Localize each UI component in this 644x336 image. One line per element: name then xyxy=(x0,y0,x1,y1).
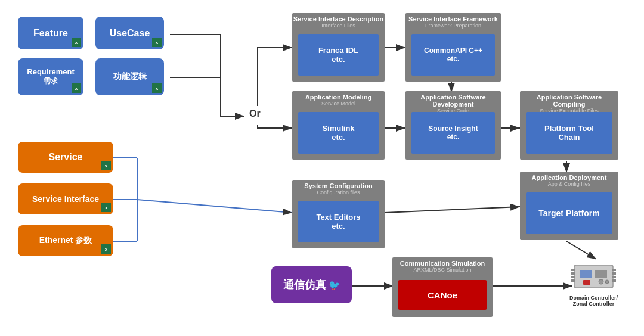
svg-rect-24 xyxy=(612,279,616,282)
requirement-box: Requirement 需求 x xyxy=(18,58,83,95)
feature-box: Feature x xyxy=(18,17,83,49)
svg-point-29 xyxy=(605,280,609,284)
svg-rect-26 xyxy=(595,270,607,278)
svg-rect-21 xyxy=(612,269,616,271)
commonapi-section: Service Interface Framework Framework Pr… xyxy=(405,13,501,82)
controller-box: Domain Controller/Zonal Controller xyxy=(569,259,618,307)
excel-badge-logic: x xyxy=(152,83,162,93)
canoe-subtitle: ARXML/DBC Simulation xyxy=(392,267,493,273)
simulink-title: Application Modeling xyxy=(292,91,385,101)
commonapi-title: Service Interface Framework xyxy=(405,13,501,23)
logic-box: 功能逻辑 x xyxy=(95,58,164,95)
bird-icon: 🐦 xyxy=(329,279,340,291)
targetplatform-inner: Target Platform xyxy=(526,192,612,234)
controller-label: Domain Controller/Zonal Controller xyxy=(569,295,618,307)
texteditor-title: System Configuration xyxy=(292,180,385,189)
commonapi-inner: CommonAPI C++etc. xyxy=(411,34,495,76)
simulink-section: Application Modeling Service Model Simul… xyxy=(292,91,385,160)
targetplatform-section: Application Deployment App & Config file… xyxy=(520,172,618,240)
excel-badge-si: x xyxy=(101,203,111,212)
canoe-title: Communication Simulation xyxy=(392,257,493,267)
svg-rect-22 xyxy=(612,272,616,275)
controller-icon xyxy=(571,259,616,294)
excel-badge-usecase: x xyxy=(152,38,162,47)
svg-line-12 xyxy=(385,207,520,213)
texteditor-section: System Configuration Configuration files… xyxy=(292,180,385,248)
excel-badge-feature: x xyxy=(72,38,81,47)
ethernet-box: Ethernet 参数 x xyxy=(18,225,113,256)
svg-rect-18 xyxy=(571,272,575,275)
svg-rect-19 xyxy=(571,276,575,278)
sourceinsight-inner: Source Insightetc. xyxy=(411,112,495,154)
excel-badge-eth: x xyxy=(101,244,111,254)
excel-badge-service: x xyxy=(101,161,111,170)
svg-rect-25 xyxy=(580,270,592,278)
targetplatform-subtitle: App & Config files xyxy=(520,181,618,187)
texteditor-subtitle: Configuration files xyxy=(292,189,385,195)
sourceinsight-title: Application Software Development xyxy=(405,91,501,108)
svg-rect-27 xyxy=(583,280,590,285)
svg-line-11 xyxy=(137,200,292,213)
franca-title: Service Interface Description xyxy=(292,13,385,23)
canoe-inner: CANoe xyxy=(398,280,487,310)
excel-badge-req: x xyxy=(72,83,81,93)
svg-rect-17 xyxy=(571,269,575,271)
usecase-box: UseCase x xyxy=(95,17,164,49)
or-label: Or xyxy=(249,108,261,119)
communication-sim-box: 通信仿真 🐦 xyxy=(271,266,352,303)
svg-rect-20 xyxy=(571,279,575,282)
texteditor-inner: Text Editorsetc. xyxy=(298,201,379,242)
platformtool-title: Application Software Compiling xyxy=(520,91,618,108)
targetplatform-title: Application Deployment xyxy=(520,172,618,181)
service-box: Service x xyxy=(18,142,113,173)
commonapi-subtitle: Framework Preparation xyxy=(405,23,501,29)
sourceinsight-section: Application Software Development Service… xyxy=(405,91,501,160)
franca-inner: Franca IDLetc. xyxy=(298,34,379,76)
svg-rect-23 xyxy=(612,276,616,278)
platformtool-section: Application Software Compiling Service E… xyxy=(520,91,618,160)
svg-point-28 xyxy=(599,279,603,284)
service-interface-box: Service Interface x xyxy=(18,183,113,214)
platformtool-inner: Platform ToolChain xyxy=(526,112,612,154)
simulink-inner: Simulinketc. xyxy=(298,112,379,154)
diagram-container: Feature x UseCase x Requirement 需求 x 功能逻… xyxy=(0,0,644,336)
canoe-section: Communication Simulation ARXML/DBC Simul… xyxy=(392,257,493,317)
franca-subtitle: Interface Files xyxy=(292,23,385,29)
simulink-subtitle: Service Model xyxy=(292,101,385,107)
svg-rect-16 xyxy=(574,265,613,288)
svg-line-13 xyxy=(566,241,596,259)
franca-section: Service Interface Description Interface … xyxy=(292,13,385,82)
